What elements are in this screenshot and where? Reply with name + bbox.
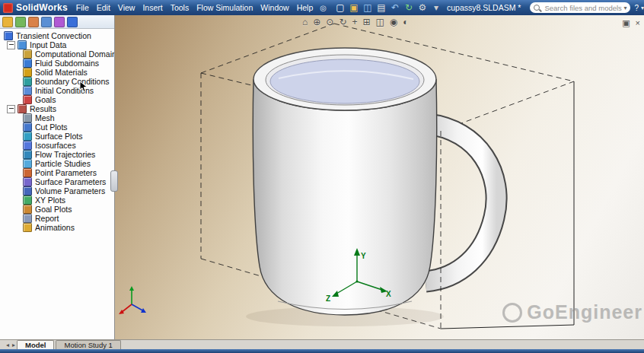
zoom-fit-icon[interactable]: ⌂ <box>302 17 308 27</box>
tree-item-transient-convection[interactable]: Transient Convection <box>0 31 114 40</box>
volume-parameters-icon <box>23 186 32 196</box>
zoom-in-out-icon[interactable]: ⊙ <box>326 17 333 27</box>
surface-plots-icon <box>23 132 32 141</box>
collapse-icon[interactable] <box>7 105 15 113</box>
triad-y-label: Y <box>361 252 366 260</box>
search-box[interactable]: ▾ <box>530 2 630 13</box>
tree-item-surface-parameters[interactable]: Surface Parameters <box>0 177 114 186</box>
tree-item-particle-studies[interactable]: Particle Studies <box>0 159 114 168</box>
tree-item-animations[interactable]: Animations <box>0 223 114 232</box>
menu-flow-simulation[interactable]: Flow Simulation <box>193 2 257 14</box>
document-title: cupassy8.SLDASM * <box>442 3 525 12</box>
goals-icon <box>23 95 32 104</box>
menu-help[interactable]: Help <box>293 2 317 14</box>
menu-view[interactable]: View <box>114 2 139 14</box>
toolbar-options-chevron-icon[interactable]: ▾ <box>641 5 644 11</box>
initial-conditions-icon <box>23 86 32 95</box>
tree-item-label: Goals <box>35 95 56 104</box>
configurationmanager-tab-icon[interactable] <box>28 17 39 27</box>
tree-item-goal-plots[interactable]: Goal Plots <box>0 205 114 214</box>
project-icon <box>4 31 13 40</box>
3d-scene[interactable]: Y X Z <box>115 15 644 340</box>
mug-body[interactable] <box>253 79 436 315</box>
displaymanager-tab-icon[interactable] <box>54 17 65 27</box>
tree-group-label: Results <box>30 104 56 113</box>
tree-item-computational-domain[interactable]: Computational Domain <box>0 49 114 59</box>
tab-scroll-left-icon[interactable]: ◂ <box>5 341 11 349</box>
search-icon <box>534 5 540 11</box>
rebuild-icon[interactable]: ↻ <box>403 2 415 14</box>
close-view-window-icon[interactable]: × <box>636 18 640 28</box>
app-name: SolidWorks <box>16 2 68 13</box>
save-icon[interactable]: ◫ <box>362 2 374 14</box>
search-input[interactable] <box>543 3 623 13</box>
tab-model[interactable]: Model <box>17 340 54 349</box>
heads-up-view-toolbar: ⌂⊕⊙↻+⊞◫◉◐ <box>302 17 409 27</box>
tree-item-fluid-subdomains[interactable]: Fluid Subdomains <box>0 59 114 68</box>
tab-scroll-right-icon[interactable]: ▸ <box>11 341 17 349</box>
flow-simulation-tab-icon[interactable] <box>67 17 78 27</box>
pin-icon[interactable]: ◎ <box>320 4 327 12</box>
tree-item-initial-conditions[interactable]: Initial Conditions <box>0 86 114 95</box>
solidworks-logo: SolidWorks <box>3 2 68 13</box>
menu-file[interactable]: File <box>72 2 93 14</box>
menu-edit[interactable]: Edit <box>93 2 114 14</box>
hide-show-icon[interactable]: ◉ <box>390 17 397 27</box>
standard-toolbar: ▢▣◫▤↶↻⚙▾ <box>334 2 442 14</box>
flow-simulation-tree: Transient ConvectionInput DataComputatio… <box>0 29 114 232</box>
tree-group-input-data[interactable]: Input Data <box>0 40 114 49</box>
menu-insert[interactable]: Insert <box>139 2 166 14</box>
propertymanager-tab-icon[interactable] <box>15 17 26 27</box>
tree-item-label: Fluid Subdomains <box>35 59 99 68</box>
tree-item-label: Surface Plots <box>35 132 82 141</box>
menu-tools[interactable]: Tools <box>167 2 193 14</box>
computational-domain-icon <box>23 49 32 59</box>
panel-splitter[interactable] <box>110 170 118 192</box>
tree-item-cut-plots[interactable]: Cut Plots <box>0 122 114 132</box>
search-chevron-icon[interactable]: ▾ <box>623 5 626 11</box>
rotate-view-icon[interactable]: ↻ <box>339 17 346 27</box>
tree-item-isosurfaces[interactable]: Isosurfaces <box>0 141 114 150</box>
display-style-icon[interactable]: ◫ <box>376 17 384 27</box>
pan-icon[interactable]: + <box>352 17 357 27</box>
tree-group-results[interactable]: Results <box>0 104 114 113</box>
appearance-icon[interactable]: ◐ <box>403 17 408 27</box>
options-icon[interactable]: ⚙ <box>416 2 429 14</box>
folder-icon <box>18 104 27 113</box>
collapse-icon[interactable] <box>7 41 15 49</box>
viewport-corner-controls: ▣× <box>622 18 640 28</box>
print-icon[interactable]: ▤ <box>375 2 387 14</box>
tree-item-flow-trajectories[interactable]: Flow Trajectories <box>0 150 114 159</box>
tree-item-mesh[interactable]: Mesh <box>0 113 114 122</box>
tree-item-label: Computational Domain <box>35 49 115 59</box>
restore-view-window-icon[interactable]: ▣ <box>622 18 630 28</box>
watermark: GoEngineer <box>502 301 642 323</box>
help-icon[interactable]: ? <box>634 4 639 12</box>
tree-item-solid-materials[interactable]: Solid Materials <box>0 68 114 77</box>
tree-item-label: Report <box>35 214 59 223</box>
tree-item-point-parameters[interactable]: Point Parameters <box>0 168 114 177</box>
tree-item-xy-plots[interactable]: XY Plots <box>0 196 114 205</box>
tree-item-goals[interactable]: Goals <box>0 95 114 104</box>
tree-item-surface-plots[interactable]: Surface Plots <box>0 132 114 141</box>
toolbar-dropdown-icon[interactable]: ▾ <box>430 2 442 14</box>
tree-item-volume-parameters[interactable]: Volume Parameters <box>0 186 114 196</box>
solidworks-window: SolidWorks FileEditViewInsertToolsFlow S… <box>0 0 644 353</box>
zoom-area-icon[interactable]: ⊕ <box>313 17 320 27</box>
open-folder-icon[interactable]: ▣ <box>348 2 360 14</box>
panel-tab-strip <box>0 15 114 29</box>
view-orientation-icon[interactable]: ⊞ <box>362 17 370 27</box>
featuremanager-tab-icon[interactable] <box>2 17 13 27</box>
menu-bar: FileEditViewInsertToolsFlow SimulationWi… <box>72 2 317 14</box>
new-document-icon[interactable]: ▢ <box>334 2 346 14</box>
tree-item-boundary-conditions[interactable]: Boundary Conditions <box>0 77 114 86</box>
point-parameters-icon <box>23 168 32 177</box>
undo-icon[interactable]: ↶ <box>389 2 401 14</box>
watermark-logo-icon <box>502 303 522 323</box>
tree-item-report[interactable]: Report <box>0 214 114 223</box>
menu-window[interactable]: Window <box>257 2 292 14</box>
dimxpertmanager-tab-icon[interactable] <box>41 17 52 27</box>
triad-z-label: Z <box>326 294 330 303</box>
graphics-area[interactable]: Y X Z ⌂⊕⊙↻+⊞◫◉◐ ▣× GoEngineer <box>115 15 644 340</box>
tab-motion-study-1[interactable]: Motion Study 1 <box>56 340 120 349</box>
